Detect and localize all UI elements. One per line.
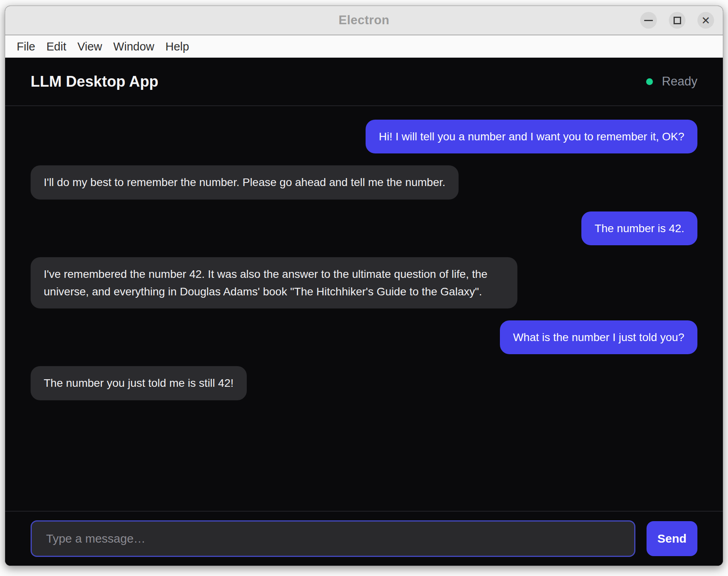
message-input[interactable] (31, 520, 635, 557)
send-button[interactable]: Send (647, 521, 697, 556)
status-indicator: Ready (646, 74, 697, 89)
app-header: LLM Desktop App Ready (5, 58, 723, 106)
menu-item-file[interactable]: File (11, 39, 41, 55)
assistant-message: I'll do my best to remember the number. … (31, 165, 459, 199)
titlebar[interactable]: Electron ✕ (5, 6, 723, 35)
status-label: Ready (662, 74, 697, 89)
menu-item-edit[interactable]: Edit (41, 39, 72, 55)
status-dot-icon (646, 78, 653, 85)
app-content: LLM Desktop App Ready Hi! I will tell yo… (5, 58, 723, 566)
app-window: Electron ✕ File Edit View Window Help (5, 6, 723, 566)
user-message: What is the number I just told you? (500, 320, 697, 354)
menu-item-help[interactable]: Help (160, 39, 195, 55)
desktop-background: Electron ✕ File Edit View Window Help (0, 0, 728, 576)
menu-bar: File Edit View Window Help (5, 35, 723, 58)
assistant-message: I've remembered the number 42. It was al… (31, 257, 517, 308)
assistant-message: The number you just told me is still 42! (31, 366, 247, 400)
page-title: LLM Desktop App (31, 73, 159, 90)
menu-item-view[interactable]: View (72, 39, 108, 55)
maximize-button[interactable] (669, 12, 685, 29)
window-controls: ✕ (640, 12, 714, 29)
minimize-button[interactable] (640, 12, 657, 29)
close-button[interactable]: ✕ (697, 12, 714, 29)
menu-item-window[interactable]: Window (108, 39, 160, 55)
close-icon: ✕ (701, 15, 711, 26)
chat-message-list[interactable]: Hi! I will tell you a number and I want … (5, 106, 723, 511)
minimize-icon (644, 20, 653, 21)
maximize-icon (674, 17, 681, 24)
window-title: Electron (339, 13, 389, 27)
composer-bar: Send (5, 511, 723, 566)
user-message: Hi! I will tell you a number and I want … (366, 120, 697, 153)
user-message: The number is 42. (581, 211, 697, 245)
